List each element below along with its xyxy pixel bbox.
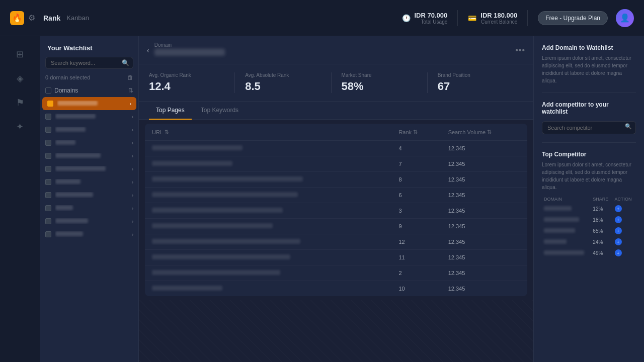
sidebar-item-name-4 [55, 153, 132, 159]
chevron-right-icon-3: › [132, 140, 133, 146]
table-cell-volume-8: 12.345 [441, 265, 527, 281]
top-competitor-title: Top Competitor [542, 151, 636, 158]
stat-absolute-rank: Avg. Absolute Rank 8.5 [245, 72, 331, 93]
stat-market-share-value: 58% [342, 80, 417, 93]
delete-icon[interactable]: 🗑 [127, 74, 133, 81]
chevron-right-icon-8: › [132, 206, 133, 211]
rank-sort-button[interactable]: Rank ⇅ [398, 129, 418, 135]
table-row: 7 12.345 [145, 156, 527, 172]
stat-organic-rank: Avg. Organic Rank 12.4 [149, 72, 235, 93]
sidebar-item-checkbox-7[interactable] [45, 192, 51, 198]
sidebar-item-6[interactable]: › [40, 175, 138, 189]
table-cell-rank-9: 10 [391, 281, 441, 297]
chevron-right-icon-2: › [132, 127, 133, 133]
sidebar-item-2[interactable]: › [40, 123, 138, 136]
table-cell-rank-1: 7 [391, 156, 441, 172]
table-row: 6 12.345 [145, 188, 527, 203]
total-usage-stat: 🕐 IDR 70.000 Total Usage [402, 12, 448, 25]
table-cell-rank-8: 2 [391, 265, 441, 281]
tabs-row: Top Pages Top Keywords [139, 102, 533, 120]
table-cell-url-4 [145, 203, 391, 219]
sidebar-item-4[interactable]: › [40, 149, 138, 162]
domains-select-all-checkbox[interactable] [45, 87, 51, 94]
competitor-search-input[interactable] [542, 121, 636, 134]
more-options-button[interactable]: ••• [515, 46, 525, 55]
stat-organic-rank-label: Avg. Organic Rank [149, 72, 224, 78]
table-cell-rank-2: 8 [391, 172, 441, 188]
table-cell-url-3 [145, 188, 391, 203]
sidebar-item-checkbox-10[interactable] [45, 231, 51, 237]
tab-top-keywords[interactable]: Top Keywords [194, 102, 246, 120]
comp-action-0[interactable]: + [613, 203, 636, 214]
col-rank: Rank ⇅ [391, 124, 441, 141]
mini-sidebar-icon-1[interactable]: ⊞ [10, 44, 30, 64]
current-balance-label: Current Balance [480, 19, 517, 25]
main-layout: Your Watchlist 🔍 0 domain selected 🗑 Dom… [40, 36, 644, 362]
tab-top-pages[interactable]: Top Pages [149, 102, 192, 120]
comp-domain-2 [542, 225, 591, 236]
comp-action-1[interactable]: + [613, 214, 636, 225]
avatar[interactable]: 👤 [616, 9, 634, 27]
keyword-search-input[interactable] [45, 57, 133, 69]
table-cell-rank-7: 11 [391, 250, 441, 265]
url-sort-button[interactable]: URL ⇅ [152, 129, 169, 135]
sidebar-item-7[interactable]: › [40, 189, 138, 202]
comp-action-2[interactable]: + [613, 225, 636, 236]
add-competitor-button-2[interactable]: + [615, 227, 622, 234]
table-cell-rank-3: 6 [391, 188, 441, 203]
mini-sidebar-icon-3[interactable]: ⚑ [10, 93, 30, 113]
mini-sidebar-icon-4[interactable]: ✦ [10, 117, 30, 137]
gear-icon[interactable]: ⚙ [28, 13, 35, 23]
add-competitor-title: Add competitor to your watchlist [542, 101, 636, 115]
back-button[interactable]: ‹ [147, 46, 149, 54]
watchlist-sidebar: Your Watchlist 🔍 0 domain selected 🗑 Dom… [40, 36, 139, 362]
sidebar-item-checkbox-6[interactable] [45, 179, 51, 185]
sidebar-item-0[interactable]: › [42, 97, 136, 110]
chevron-right-icon-10: › [132, 232, 133, 237]
sidebar-item-name-3 [55, 140, 132, 146]
search-volume-sort-button[interactable]: Search Volume ⇅ [448, 129, 492, 135]
add-competitor-button-4[interactable]: + [615, 249, 622, 256]
chevron-right-icon-0: › [130, 101, 131, 107]
add-competitor-button-3[interactable]: + [615, 238, 622, 245]
pages-table: URL ⇅ Rank ⇅ Search Volu [145, 124, 527, 296]
domains-sort-icon[interactable]: ⇅ [128, 87, 133, 94]
competitor-row: 49% + [542, 247, 636, 258]
table-cell-url-1 [145, 156, 391, 172]
app-subtitle: Kanban [66, 14, 89, 22]
sidebar-item-checkbox-3[interactable] [45, 140, 51, 146]
sidebar-item-3[interactable]: › [40, 136, 138, 149]
navbar-divider-1 [457, 10, 458, 26]
keyword-search-box: 🔍 [45, 57, 133, 69]
domain-selected-row: 0 domain selected 🗑 [40, 73, 138, 85]
upgrade-button[interactable]: Free - Upgrade Plan [538, 11, 608, 25]
sidebar-item-checkbox-1[interactable] [45, 114, 51, 120]
add-competitor-button-0[interactable]: + [615, 205, 622, 212]
mini-sidebar-icon-2[interactable]: ◈ [10, 68, 30, 88]
comp-col-domain: DOMAIN [542, 195, 591, 203]
stat-absolute-rank-value: 8.5 [245, 80, 320, 93]
table-cell-volume-2: 12.345 [441, 172, 527, 188]
sidebar-item-5[interactable]: › [40, 162, 138, 175]
sidebar-item-8[interactable]: › [40, 202, 138, 215]
sidebar-item-1[interactable]: › [40, 110, 138, 123]
sidebar-item-10[interactable]: › [40, 228, 138, 241]
stat-brand-position-label: Brand Position [438, 72, 513, 78]
sidebar-item-name-2 [55, 127, 132, 133]
sidebar-item-checkbox-0[interactable] [47, 101, 53, 107]
domain-info: Domain [154, 42, 225, 58]
add-competitor-button-1[interactable]: + [615, 216, 622, 223]
comp-action-4[interactable]: + [613, 247, 636, 258]
comp-share-3: 24% [591, 236, 612, 247]
sidebar-item-checkbox-8[interactable] [45, 205, 51, 211]
col-url: URL ⇅ [145, 124, 391, 141]
brand: 🔥 ⚙ Rank Kanban [10, 11, 89, 25]
sidebar-item-9[interactable]: › [40, 215, 138, 228]
current-balance-value: IDR 180.000 [480, 12, 517, 19]
sidebar-item-checkbox-5[interactable] [45, 166, 51, 172]
sidebar-item-checkbox-2[interactable] [45, 127, 51, 133]
chevron-right-icon-4: › [132, 153, 133, 159]
sidebar-item-checkbox-4[interactable] [45, 153, 51, 159]
comp-action-3[interactable]: + [613, 236, 636, 247]
sidebar-item-checkbox-9[interactable] [45, 218, 51, 224]
